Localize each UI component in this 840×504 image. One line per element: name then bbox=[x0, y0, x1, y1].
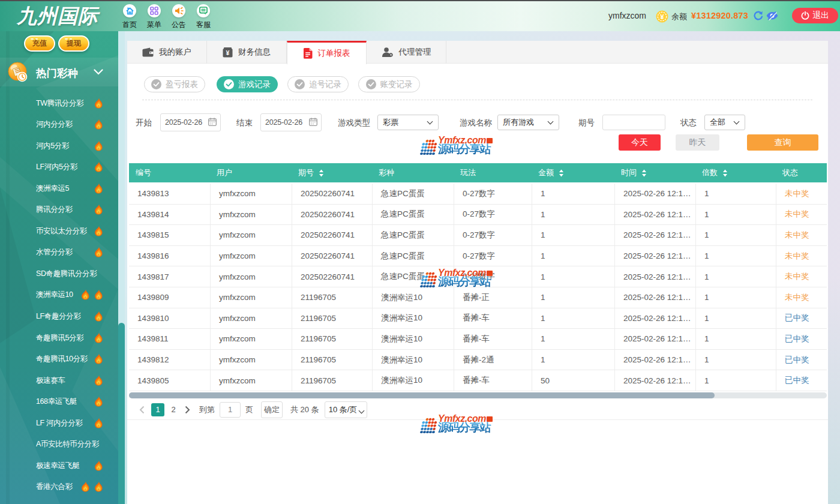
svg-text:¥: ¥ bbox=[660, 13, 664, 20]
svg-text:¥: ¥ bbox=[226, 49, 230, 56]
